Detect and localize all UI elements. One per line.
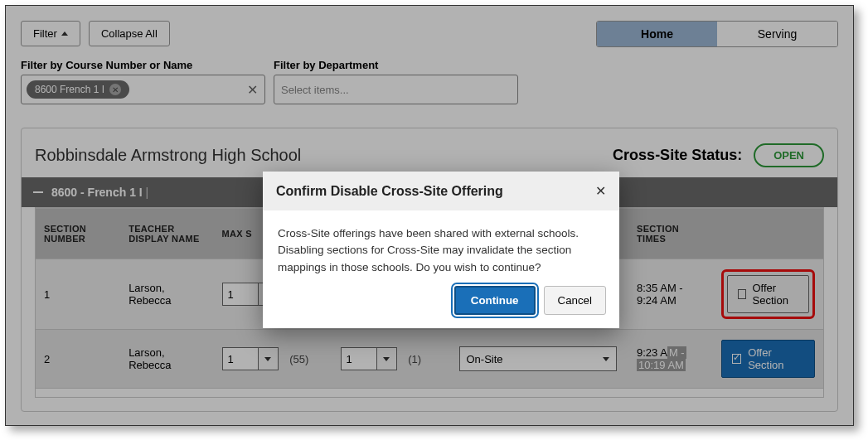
close-icon[interactable]: ✕ xyxy=(595,183,606,199)
continue-button[interactable]: Continue xyxy=(454,286,536,315)
confirm-modal: Confirm Disable Cross-Site Offering ✕ Cr… xyxy=(263,172,619,328)
page-frame: Filter Collapse All Home Serving Filter … xyxy=(5,5,854,426)
modal-header: Confirm Disable Cross-Site Offering ✕ xyxy=(263,172,619,210)
modal-title: Confirm Disable Cross-Site Offering xyxy=(276,184,503,199)
cancel-button[interactable]: Cancel xyxy=(544,286,607,315)
modal-body: Cross-Site offerings have been shared wi… xyxy=(263,210,619,286)
modal-actions: Continue Cancel xyxy=(263,286,619,328)
